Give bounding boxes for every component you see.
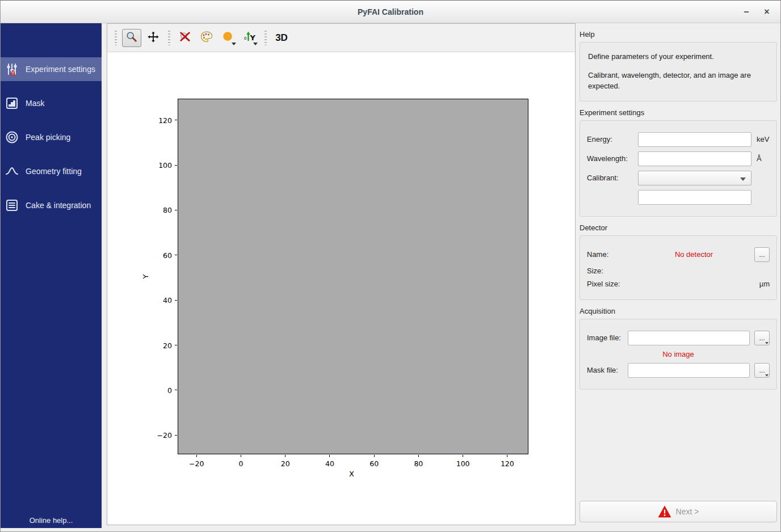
- close-button[interactable]: ×: [759, 4, 775, 20]
- mask-file-label: Mask file:: [587, 366, 628, 374]
- help-paragraph-1: Define parameters of your experiment.: [588, 52, 769, 62]
- detector-name-row: Name: No detector ...: [587, 247, 770, 262]
- sidebar-item-mask[interactable]: Mask: [1, 91, 102, 115]
- y-tick-mark: [175, 165, 177, 166]
- x-tick-label: 0: [238, 459, 243, 468]
- 3d-view-button[interactable]: 3D: [272, 29, 291, 47]
- x-tick-label: 100: [456, 459, 470, 468]
- sidebar-item-experiment-settings[interactable]: Experiment settings: [1, 57, 102, 81]
- y-tick-mark: [175, 435, 177, 436]
- x-tick-label: −20: [189, 459, 204, 468]
- geometry-fitting-icon: [5, 164, 19, 178]
- calibrant-row: Calibrant:: [587, 171, 770, 185]
- energy-unit: keV: [757, 135, 769, 143]
- reset-zoom-button[interactable]: [175, 29, 195, 47]
- energy-input[interactable]: [638, 132, 751, 147]
- peak-picking-icon: [5, 130, 19, 144]
- detector-pixel-size-unit: µm: [759, 280, 770, 288]
- detector-size-row: Size:: [587, 267, 770, 275]
- y-axis-orientation-button[interactable]: 0 Y: [240, 29, 259, 47]
- y-axis-label: Y: [141, 275, 150, 279]
- experiment-settings-title: Experiment settings: [580, 108, 777, 117]
- energy-label: Energy:: [587, 135, 638, 143]
- sidebar-item-geometry-fitting[interactable]: Geometry fitting: [1, 159, 102, 183]
- chevron-down-icon: [740, 178, 746, 181]
- plot-toolbar: 0 Y 3D: [107, 24, 575, 52]
- experiment-settings-icon: [5, 62, 19, 76]
- plot-panel: 0 Y 3D −20020406080100120−20020406080100…: [107, 23, 576, 525]
- x-tick-mark: [463, 455, 463, 457]
- reset-zoom-icon: [179, 31, 191, 45]
- sidebar-item-label: Geometry fitting: [26, 167, 82, 176]
- y-tick-label: 100: [158, 161, 172, 170]
- x-tick-mark: [241, 455, 241, 457]
- online-help-link[interactable]: Online help...: [1, 516, 102, 525]
- mask-file-row: Mask file: ...: [587, 363, 770, 378]
- x-tick-mark: [374, 455, 375, 457]
- calibrant-select[interactable]: [638, 171, 751, 185]
- detector-browse-button[interactable]: ...: [754, 247, 770, 262]
- detector-size-label: Size:: [587, 267, 638, 275]
- image-file-row: Image file: ...: [587, 331, 770, 345]
- acquisition-section-title: Acquisition: [580, 307, 777, 315]
- detector-name-status: No detector: [638, 250, 750, 259]
- sidebar-item-cake-integration[interactable]: Cake & integration: [1, 193, 102, 217]
- pan-tool-button[interactable]: [144, 29, 163, 47]
- mask-file-browse-button[interactable]: ...: [754, 363, 770, 378]
- titlebar: PyFAI Calibration – ×: [1, 1, 780, 23]
- window-title: PyFAI Calibration: [1, 1, 780, 23]
- cake-integration-icon: [5, 199, 19, 212]
- sidebar-item-label: Cake & integration: [26, 201, 91, 210]
- calibrant-filter-input[interactable]: [638, 190, 751, 205]
- x-tick-mark: [196, 455, 197, 457]
- y-tick-mark: [175, 255, 177, 255]
- wavelength-label: Wavelength:: [587, 154, 638, 163]
- next-button[interactable]: Next >: [580, 501, 777, 522]
- y-tick-label: 80: [163, 206, 172, 214]
- mask-file-input[interactable]: [628, 363, 750, 378]
- y-axis-letter-glyph: Y: [250, 33, 256, 42]
- y-tick-label: 0: [167, 386, 172, 394]
- detector-section-title: Detector: [580, 223, 777, 232]
- y-tick-label: 60: [163, 251, 172, 259]
- zoom-tool-button[interactable]: [122, 29, 141, 47]
- sidebar-item-label: Mask: [26, 99, 44, 108]
- pan-icon: [147, 31, 159, 45]
- detector-pixel-size-row: Pixel size: µm: [587, 280, 770, 288]
- y-tick-mark: [175, 210, 177, 210]
- image-file-browse-button[interactable]: ...: [754, 331, 770, 345]
- marker-color-button[interactable]: [219, 29, 238, 47]
- x-axis-label: X: [349, 470, 354, 478]
- x-tick-mark: [285, 455, 285, 457]
- colormap-button[interactable]: [197, 29, 216, 47]
- detector-name-label: Name:: [587, 250, 638, 259]
- x-tick-mark: [329, 455, 330, 457]
- sidebar-item-peak-picking[interactable]: Peak picking: [1, 125, 102, 149]
- toolbar-separator: [168, 31, 170, 45]
- dropdown-caret-icon: [765, 342, 769, 344]
- experiment-settings-box: Energy: keV Wavelength: Å Calibrant:: [580, 120, 777, 217]
- detector-pixel-size-label: Pixel size:: [587, 280, 638, 288]
- y-tick-mark: [175, 345, 177, 345]
- sidebar-item-label: Peak picking: [26, 133, 70, 142]
- magnifier-icon: [125, 31, 138, 45]
- dropdown-caret-icon: [232, 43, 236, 45]
- dropdown-caret-icon: [253, 43, 258, 45]
- y-tick-mark: [175, 300, 177, 301]
- app-window: PyFAI Calibration – × Expe: [0, 0, 781, 532]
- 3d-icon: 3D: [275, 32, 288, 44]
- image-file-label: Image file:: [587, 333, 628, 342]
- image-file-input[interactable]: [628, 331, 750, 345]
- x-tick-label: 40: [325, 459, 334, 468]
- x-tick-label: 80: [414, 459, 423, 468]
- plot-canvas[interactable]: [178, 99, 528, 454]
- wavelength-input[interactable]: [638, 151, 751, 166]
- minimize-button[interactable]: –: [738, 4, 754, 20]
- image-status: No image: [587, 350, 770, 358]
- calibrant-filter-row: [587, 190, 770, 205]
- dropdown-caret-icon: [765, 374, 769, 377]
- x-tick-label: 60: [369, 459, 379, 468]
- x-tick-mark: [418, 455, 419, 457]
- mask-icon: [5, 96, 19, 110]
- y-tick-mark: [175, 390, 177, 390]
